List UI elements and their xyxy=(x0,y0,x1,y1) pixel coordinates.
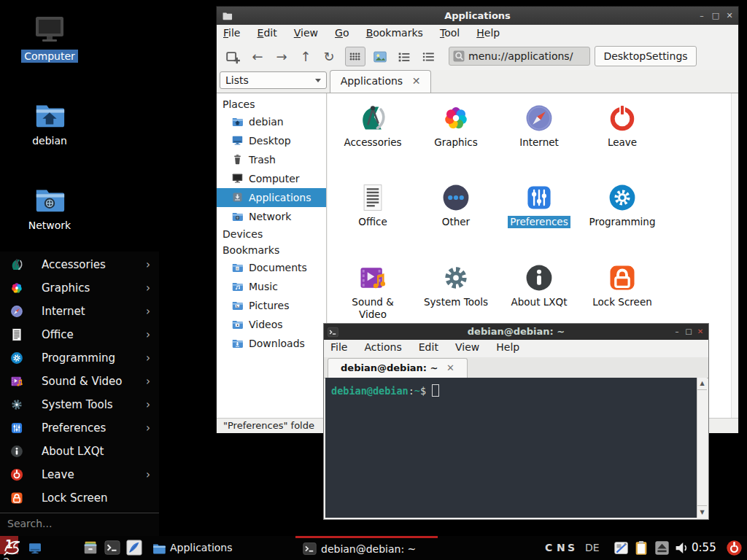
category-graphics[interactable]: Graphics xyxy=(414,102,498,149)
category-lock-screen[interactable]: Lock Screen xyxy=(581,262,664,308)
sidebar-item-desktop[interactable]: Desktop xyxy=(217,131,326,150)
category-about-lxqt[interactable]: About LXQt xyxy=(498,262,581,308)
close-button[interactable]: ✕ xyxy=(724,7,735,25)
forward-button[interactable]: → xyxy=(271,47,292,66)
keyboard-layout-indicator[interactable]: DE xyxy=(585,542,600,553)
menu-actions[interactable]: Actions xyxy=(358,340,409,353)
tab-close-icon[interactable]: ✕ xyxy=(412,75,421,87)
menu-item-programming[interactable]: Programming › xyxy=(0,346,159,370)
menu-item-system-tools[interactable]: System Tools › xyxy=(0,393,159,416)
terminal-titlebar[interactable]: debian@debian: ~ – □ ✕ xyxy=(324,324,708,340)
menu-item-office[interactable]: Office › xyxy=(0,323,159,346)
sidebar-item-debian[interactable]: debian xyxy=(217,112,326,131)
clipboard-tray-icon[interactable] xyxy=(633,540,649,556)
terminal-launcher-icon[interactable] xyxy=(104,540,120,556)
scroll-up-icon[interactable]: ▲ xyxy=(697,380,707,386)
text-editor-launcher-icon[interactable] xyxy=(126,540,142,556)
sidebar-item-pictures[interactable]: Pictures xyxy=(217,296,326,315)
sidepane-mode-combo[interactable]: Lists xyxy=(220,71,327,89)
thumbnail-view-button[interactable] xyxy=(370,47,390,66)
up-button[interactable]: ↑ xyxy=(295,47,316,66)
num-lock-indicator[interactable]: N xyxy=(557,542,565,553)
menu-view[interactable]: View xyxy=(449,340,486,353)
scroll-down-icon[interactable]: ▼ xyxy=(697,509,707,516)
screenshot-tray-icon[interactable] xyxy=(614,540,629,556)
category-internet[interactable]: Internet xyxy=(498,102,581,149)
sidebar-item-applications[interactable]: Applications xyxy=(217,188,326,207)
maximize-button[interactable]: □ xyxy=(684,324,694,340)
minimize-button[interactable]: – xyxy=(696,7,708,25)
terminal-scrollbar[interactable]: ▲ ▼ xyxy=(697,378,707,518)
sidebar-item-label: Desktop xyxy=(249,131,291,150)
desktop-icon-network[interactable]: Network xyxy=(12,182,88,232)
menu-item-graphics[interactable]: Graphics › xyxy=(0,276,159,300)
sidebar-item-trash[interactable]: Trash xyxy=(217,150,326,169)
menu-edit[interactable]: Edit xyxy=(412,340,445,353)
menu-item-preferences[interactable]: Preferences › xyxy=(0,416,159,440)
icon-view-button[interactable] xyxy=(345,47,365,66)
category-preferences[interactable]: Preferences xyxy=(498,182,581,228)
network-icon xyxy=(231,210,244,222)
caps-lock-indicator[interactable]: C xyxy=(545,542,552,553)
desktop-icon-computer[interactable]: Computer xyxy=(12,12,88,63)
terminal-screen[interactable]: debian@debian:~$ xyxy=(325,378,697,518)
task-label: debian@debian: ~ xyxy=(321,538,416,560)
detailed-list-button[interactable] xyxy=(394,47,414,66)
icon-view-scrollbar[interactable] xyxy=(731,93,738,418)
sidebar-item-downloads[interactable]: Downloads xyxy=(217,334,326,353)
task-button-terminal[interactable]: debian@debian: ~ xyxy=(295,536,438,560)
scroll-lock-indicator[interactable]: S xyxy=(568,542,575,553)
menu-edit[interactable]: Edit xyxy=(251,25,284,39)
menu-file[interactable]: File xyxy=(217,25,247,39)
menu-item-sound-video[interactable]: Sound & Video › xyxy=(0,370,159,393)
category-other[interactable]: Other xyxy=(414,182,498,228)
task-button-applications[interactable]: Applications xyxy=(150,536,288,560)
menu-search-input[interactable]: Search... xyxy=(0,513,159,533)
show-desktop-button[interactable] xyxy=(27,541,43,556)
category-accessories[interactable]: Accessories xyxy=(331,102,414,149)
tab-close-icon[interactable]: ✕ xyxy=(446,362,454,373)
menu-item-about-lxqt[interactable]: About LXQt xyxy=(0,440,159,463)
close-button[interactable]: ✕ xyxy=(695,324,705,340)
category-leave[interactable]: Leave xyxy=(581,102,664,149)
sidebar-item-network[interactable]: Network xyxy=(217,207,326,226)
category-programming[interactable]: Programming xyxy=(581,182,664,228)
eject-removable-media-icon[interactable] xyxy=(654,540,670,556)
clock[interactable]: 0:55 xyxy=(692,541,716,554)
menu-view[interactable]: View xyxy=(287,25,325,39)
back-button[interactable]: ← xyxy=(247,47,268,66)
power-button[interactable] xyxy=(725,539,743,557)
menu-item-lock-screen[interactable]: Lock Screen xyxy=(0,486,159,510)
category-system-tools[interactable]: System Tools xyxy=(414,262,498,308)
sidebar-item-music[interactable]: Music xyxy=(217,277,326,296)
submenu-arrow-icon: › xyxy=(146,416,150,440)
file-manager-launcher-icon[interactable] xyxy=(82,540,98,556)
sidebar-item-videos[interactable]: Videos xyxy=(217,315,326,334)
menu-go[interactable]: Go xyxy=(328,25,355,39)
menu-item-accessories[interactable]: Accessories › xyxy=(0,253,159,276)
minimize-button[interactable]: – xyxy=(672,324,682,340)
menu-help[interactable]: Help xyxy=(470,25,506,39)
new-tab-button[interactable] xyxy=(222,47,243,66)
category-sound-video[interactable]: Sound & Video xyxy=(331,262,414,321)
address-bar[interactable]: menu://applications/ xyxy=(449,47,590,66)
fm-titlebar[interactable]: Applications – □ ✕ xyxy=(217,7,738,25)
sidebar-item-computer[interactable]: Computer xyxy=(217,169,326,188)
menu-help[interactable]: Help xyxy=(489,340,526,353)
menu-tool[interactable]: Tool xyxy=(433,25,466,39)
sidebar-item-documents[interactable]: Documents xyxy=(217,258,326,277)
menu-item-internet[interactable]: Internet › xyxy=(0,300,159,323)
menu-bookmarks[interactable]: Bookmarks xyxy=(360,25,430,39)
desktop-settings-button[interactable]: DesktopSettings xyxy=(595,46,697,66)
terminal-tab[interactable]: debian@debian: ~ ✕ xyxy=(328,358,468,378)
main-menu-button[interactable] xyxy=(3,539,22,558)
compact-list-button[interactable] xyxy=(418,47,438,66)
menu-file[interactable]: File xyxy=(324,340,354,353)
maximize-button[interactable]: □ xyxy=(710,7,721,25)
category-office[interactable]: Office xyxy=(331,182,414,228)
tab-applications[interactable]: Applications ✕ xyxy=(330,70,431,93)
refresh-button[interactable]: ↻ xyxy=(319,47,339,66)
desktop-icon-debian[interactable]: debian xyxy=(12,98,88,147)
menu-item-leave[interactable]: Leave › xyxy=(0,463,159,486)
volume-icon[interactable] xyxy=(674,540,689,556)
